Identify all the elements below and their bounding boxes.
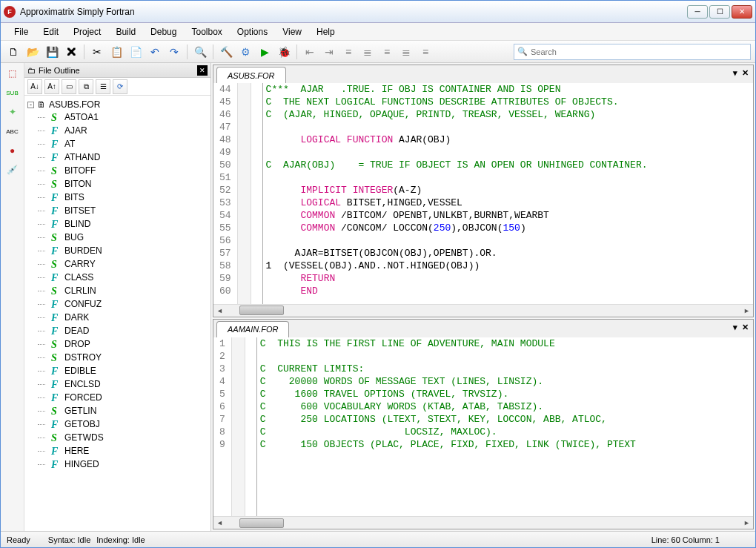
scroll-left-icon[interactable]: ◄ (213, 305, 226, 316)
tab-close-icon[interactable]: ✕ (742, 323, 749, 332)
tree-item[interactable]: SBITOFF (27, 164, 208, 177)
tree-item[interactable]: FFORCED (27, 391, 208, 404)
outline-tree[interactable]: -🗎ASUBS.FORSA5TOA1FAJARFATFATHANDSBITOFF… (24, 96, 210, 531)
undo-icon[interactable]: ↶ (147, 44, 163, 60)
align-icon-3[interactable]: ≡ (379, 44, 395, 60)
search-input[interactable] (528, 47, 747, 56)
maximize-button[interactable]: ☐ (709, 5, 730, 19)
tree-item-label: CARRY (64, 258, 96, 270)
indent-left-icon[interactable]: ⇤ (302, 44, 318, 60)
tree-item[interactable]: FBURDEN (27, 244, 208, 257)
tab-asubs[interactable]: ASUBS.FOR (216, 67, 286, 83)
tree-item[interactable]: SDROP (27, 337, 208, 351)
tree-item[interactable]: FHINGED (27, 458, 208, 471)
menu-build[interactable]: Build (108, 24, 143, 39)
tab-dropdown-icon[interactable]: ▾ (733, 68, 737, 78)
menu-edit[interactable]: Edit (36, 24, 66, 39)
tree-item[interactable]: FCLASS (27, 271, 208, 284)
collapse-icon[interactable]: - (27, 102, 34, 108)
new-file-icon[interactable]: 🗋 (5, 44, 21, 60)
tree-item[interactable]: SBITON (27, 177, 208, 191)
refresh-icon[interactable]: ⟳ (113, 79, 127, 94)
code-lines[interactable]: C*** AJAR .TRUE. IF OBJ IS CONTAINER AND… (263, 83, 648, 304)
menu-view[interactable]: View (275, 24, 309, 39)
scroll-thumb[interactable] (239, 518, 284, 528)
rail-sub-icon[interactable]: SUB (5, 85, 20, 100)
minimize-button[interactable]: ─ (687, 5, 708, 19)
code-view-2[interactable]: 123456789 C THIS IS THE FIRST LINE OF AD… (213, 337, 753, 516)
menu-options[interactable]: Options (230, 24, 275, 39)
tree-item[interactable]: SCLRLIN (27, 284, 208, 297)
tree-item[interactable]: FAT (27, 137, 208, 151)
tree-item[interactable]: SBUG (27, 231, 208, 244)
menubar: FileEditProjectBuildDebugToolboxOptionsV… (1, 23, 755, 41)
debug-icon[interactable]: 🐞 (276, 44, 292, 60)
tab-close-icon[interactable]: ✕ (742, 68, 749, 78)
build-icon[interactable]: 🔨 (218, 44, 234, 60)
close-button[interactable]: ✕ (732, 5, 752, 19)
outline-close-button[interactable]: ✕ (197, 65, 208, 76)
menu-help[interactable]: Help (309, 24, 342, 39)
cut-icon[interactable]: ✂ (89, 44, 105, 60)
tree-item[interactable]: FENCLSD (27, 377, 208, 391)
tree-item[interactable]: FEDIBLE (27, 364, 208, 377)
tree-item[interactable]: FDARK (27, 311, 208, 324)
tree-item[interactable]: FDEAD (27, 324, 208, 337)
menu-debug[interactable]: Debug (143, 24, 184, 39)
tree-item[interactable]: FBLIND (27, 217, 208, 231)
rail-syringe-icon[interactable]: 💉 (5, 162, 20, 177)
tree-root[interactable]: -🗎ASUBS.FOR (27, 99, 208, 110)
search-box[interactable]: 🔍 (514, 44, 751, 60)
code-view-1[interactable]: 4445464748495051525354555657585960 C*** … (213, 83, 753, 304)
tree-item[interactable]: FCONFUZ (27, 297, 208, 311)
find-icon[interactable]: 🔍 (192, 44, 208, 60)
tree-item[interactable]: SA5TOA1 (27, 110, 208, 124)
redo-icon[interactable]: ↷ (166, 44, 182, 60)
menu-project[interactable]: Project (66, 24, 108, 39)
outline-btn-3[interactable]: ▭ (62, 79, 76, 94)
align-icon-2[interactable]: ≣ (359, 44, 376, 60)
close-file-icon[interactable]: 🗙 (63, 44, 79, 60)
tree-item[interactable]: SGETLIN (27, 404, 208, 417)
horizontal-scrollbar[interactable]: ◄ ► (213, 304, 753, 317)
indent-right-icon[interactable]: ⇥ (321, 44, 337, 60)
outline-btn-4[interactable]: ⧉ (79, 79, 93, 94)
rail-module-icon[interactable]: ⬚ (5, 66, 20, 81)
sort-za-icon[interactable]: A↑ (44, 79, 59, 94)
rail-puzzle-icon[interactable]: ✦ (5, 105, 20, 119)
scroll-right-icon[interactable]: ► (740, 518, 753, 529)
rail-record-icon[interactable]: ● (5, 143, 20, 158)
align-icon-1[interactable]: ≡ (340, 44, 357, 60)
tree-item[interactable]: SDSTROY (27, 351, 208, 364)
scroll-right-icon[interactable]: ► (740, 305, 753, 316)
scroll-thumb[interactable] (239, 306, 284, 315)
menu-toolbox[interactable]: Toolbox (184, 24, 229, 39)
menu-file[interactable]: File (7, 24, 36, 39)
sort-az-icon[interactable]: A↓ (27, 79, 42, 94)
run-icon[interactable]: ▶ (256, 44, 273, 60)
scroll-left-icon[interactable]: ◄ (213, 518, 226, 529)
tree-item[interactable]: FBITS (27, 191, 208, 204)
rail-abc-icon[interactable]: ABC (5, 124, 20, 139)
code-lines[interactable]: C THIS IS THE FIRST LINE OF ADVENTURE, M… (257, 337, 636, 516)
copy-icon[interactable]: 📋 (108, 44, 125, 60)
outline-btn-5[interactable]: ☰ (96, 79, 110, 94)
tab-dropdown-icon[interactable]: ▾ (733, 323, 737, 332)
tree-item[interactable]: SGETWDS (27, 431, 208, 444)
align-icon-5[interactable]: ≡ (417, 44, 434, 60)
horizontal-scrollbar[interactable]: ◄ ► (213, 516, 753, 529)
tree-item[interactable]: SCARRY (27, 257, 208, 271)
tree-item[interactable]: FGETOBJ (27, 417, 208, 431)
tree-item[interactable]: FHERE (27, 444, 208, 458)
paste-icon[interactable]: 📄 (127, 44, 144, 60)
line-gutter: 4445464748495051525354555657585960 (213, 83, 238, 304)
tree-item[interactable]: FBITSET (27, 204, 208, 217)
tree-item[interactable]: FAJAR (27, 124, 208, 137)
function-icon: F (51, 446, 62, 456)
align-icon-4[interactable]: ≣ (398, 44, 414, 60)
tree-item[interactable]: FATHAND (27, 151, 208, 164)
tab-aamain[interactable]: AAMAIN.FOR (216, 321, 289, 337)
open-file-icon[interactable]: 📂 (24, 44, 41, 60)
settings-icon[interactable]: ⚙ (237, 44, 253, 60)
save-icon[interactable]: 💾 (44, 44, 60, 60)
